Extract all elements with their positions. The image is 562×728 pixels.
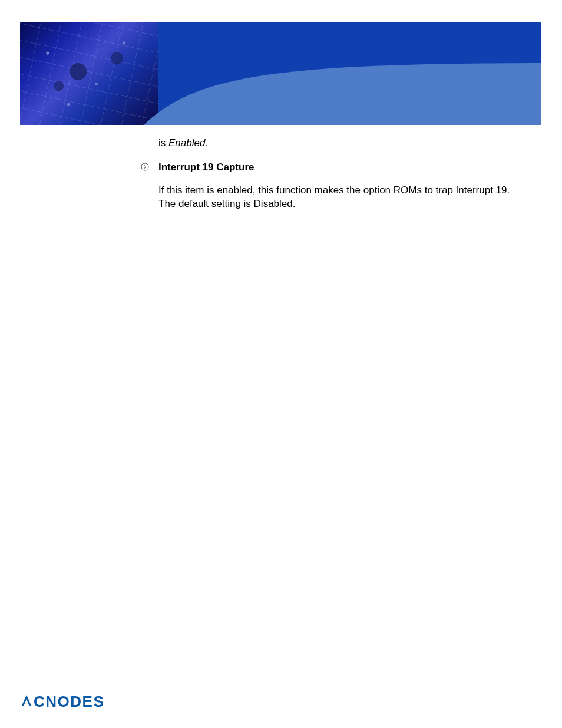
prev-tail-italic: Enabled	[168, 137, 205, 149]
header-banner	[20, 22, 541, 125]
footer-divider	[20, 684, 541, 684]
previous-section-tail: is Enabled.	[158, 137, 524, 150]
bullet-icon	[141, 162, 149, 170]
section-body: If this item is enabled, this function m…	[158, 184, 524, 211]
prev-tail-suffix: .	[205, 137, 208, 149]
footer-brand-logo: CNODES	[20, 693, 104, 711]
section-interrupt-19: Interrupt 19 Capture If this item is ena…	[158, 161, 524, 211]
brand-text: CNODES	[34, 693, 104, 711]
prev-tail-prefix: is	[158, 137, 168, 149]
header-curve	[20, 63, 541, 125]
brand-lambda-icon	[20, 693, 33, 711]
svg-point-0	[141, 163, 148, 170]
section-heading: Interrupt 19 Capture	[158, 161, 524, 174]
page-content: is Enabled. Interrupt 19 Capture If this…	[158, 137, 524, 211]
